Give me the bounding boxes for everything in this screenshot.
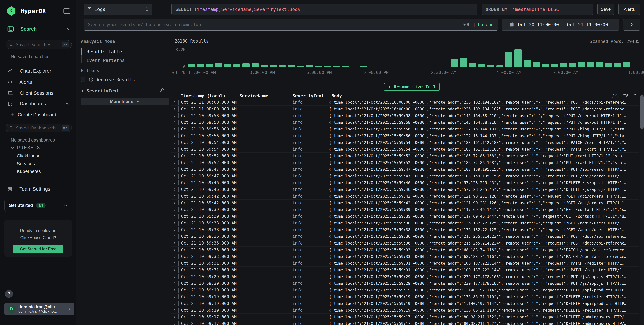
help-button[interactable]: ? bbox=[5, 290, 13, 298]
expand-row-icon[interactable] bbox=[171, 194, 178, 198]
expand-row-icon[interactable] bbox=[171, 322, 178, 325]
expand-row-icon[interactable] bbox=[171, 235, 178, 238]
scrollbar-thumb[interactable] bbox=[640, 95, 644, 129]
expand-row-icon[interactable] bbox=[171, 248, 178, 252]
expand-row-icon[interactable] bbox=[171, 134, 178, 138]
table-row[interactable]: Oct 21 10:59:52.000 AM info {"time_local… bbox=[171, 153, 639, 159]
collapse-sidebar-icon[interactable] bbox=[64, 8, 70, 14]
expand-row-icon[interactable] bbox=[171, 228, 178, 232]
expand-row-icon[interactable] bbox=[171, 147, 178, 151]
table-row[interactable]: Oct 21 10:59:46.000 AM info {"time_local… bbox=[171, 179, 639, 186]
column-header-severitytext[interactable]: SeverityText bbox=[290, 93, 329, 98]
expand-row-icon[interactable] bbox=[171, 168, 178, 171]
expand-row-icon[interactable] bbox=[171, 174, 178, 178]
severity-filter-group[interactable]: SeverityText bbox=[81, 88, 119, 93]
table-row[interactable]: Oct 21 10:59:47.000 AM info {"time_local… bbox=[171, 173, 639, 179]
table-row[interactable]: Oct 21 10:59:36.000 AM info {"time_local… bbox=[171, 233, 639, 240]
denoise-label[interactable]: Denoise Results bbox=[96, 77, 135, 82]
table-row[interactable]: Oct 21 10:59:58.000 AM info {"time_local… bbox=[171, 112, 639, 119]
expand-row-icon[interactable] bbox=[171, 302, 178, 305]
saved-dashboards-input[interactable]: Saved Dashboards ⌘K bbox=[6, 124, 72, 132]
table-row[interactable]: Oct 21 10:59:47.000 AM info {"time_local… bbox=[171, 166, 639, 173]
table-row[interactable]: Oct 21 10:59:46.000 AM info {"time_local… bbox=[171, 186, 639, 193]
table-row[interactable]: Oct 21 10:59:33.000 AM info {"time_local… bbox=[171, 253, 639, 260]
table-row[interactable]: Oct 21 10:59:19.000 AM info {"time_local… bbox=[171, 287, 639, 294]
sidebar-item-dashboards[interactable]: Dashboards bbox=[0, 97, 76, 110]
presets-group[interactable]: PRESETS bbox=[10, 145, 40, 150]
expand-row-icon[interactable] bbox=[171, 282, 178, 285]
expand-row-icon[interactable] bbox=[171, 154, 178, 158]
time-range-picker[interactable]: Oct 20 11:00:00 - Oct 21 11:00:00 bbox=[502, 19, 619, 30]
table-row[interactable]: Oct 21 10:59:29.000 AM info {"time_local… bbox=[171, 273, 639, 280]
expand-row-icon[interactable] bbox=[171, 107, 178, 111]
expand-row-icon[interactable] bbox=[171, 295, 178, 299]
table-row[interactable]: Oct 21 10:59:38.000 AM info {"time_local… bbox=[171, 226, 639, 233]
select-columns-input[interactable]: SELECT Timestamp,ServiceName,SeverityTex… bbox=[172, 4, 478, 15]
table-row[interactable]: Oct 21 10:59:52.000 AM info {"time_local… bbox=[171, 159, 639, 166]
table-row[interactable]: Oct 21 10:59:56.000 AM info {"time_local… bbox=[171, 132, 639, 139]
expand-row-icon[interactable] bbox=[171, 208, 178, 212]
table-row[interactable]: Oct 21 10:59:17.000 AM info {"time_local… bbox=[171, 314, 639, 320]
pin-icon[interactable] bbox=[160, 88, 164, 93]
order-by-input[interactable]: ORDER BY TimestampTime DESC bbox=[482, 4, 593, 15]
expand-row-icon[interactable] bbox=[171, 215, 178, 218]
table-row[interactable]: Oct 21 10:59:29.000 AM info {"time_local… bbox=[171, 280, 639, 287]
table-row[interactable]: Oct 21 10:59:19.000 AM info {"time_local… bbox=[171, 307, 639, 314]
table-row[interactable]: Oct 21 10:59:58.000 AM info {"time_local… bbox=[171, 119, 639, 126]
table-row[interactable]: Oct 21 10:59:17.000 AM info {"time_local… bbox=[171, 320, 639, 325]
preset-clickhouse[interactable]: ClickHouse bbox=[17, 153, 40, 159]
preset-kubernetes[interactable]: Kubernetes bbox=[17, 169, 41, 174]
sidebar-item-search[interactable]: Search bbox=[0, 22, 76, 36]
expand-row-icon[interactable] bbox=[171, 288, 178, 292]
expand-row-icon[interactable] bbox=[171, 275, 178, 279]
expand-row-icon[interactable] bbox=[171, 161, 178, 165]
events-histogram[interactable] bbox=[188, 49, 639, 67]
expand-row-icon[interactable] bbox=[171, 141, 178, 144]
chevron-up-icon[interactable] bbox=[65, 28, 70, 30]
sidebar-item-team-settings[interactable]: Team Settings bbox=[0, 182, 76, 196]
mode-event-patterns[interactable]: Event Patterns bbox=[86, 58, 125, 63]
table-row[interactable]: Oct 21 10:59:42.000 AM info {"time_local… bbox=[171, 193, 639, 200]
table-row[interactable]: Oct 21 10:59:54.000 AM info {"time_local… bbox=[171, 139, 639, 146]
table-row[interactable]: Oct 21 11:00:00.000 AM info {"time_local… bbox=[171, 106, 639, 112]
more-filters-button[interactable]: More filters bbox=[81, 98, 169, 105]
expand-row-icon[interactable] bbox=[171, 188, 178, 191]
table-row[interactable]: Oct 21 10:59:19.000 AM info {"time_local… bbox=[171, 300, 639, 307]
user-menu[interactable]: D dominic.tran@clic… dominic.tran@clickh… bbox=[4, 303, 74, 315]
language-toggle-lucene[interactable]: Lucene bbox=[478, 22, 494, 27]
expand-row-icon[interactable] bbox=[171, 201, 178, 205]
table-row[interactable]: Oct 21 10:59:39.000 AM info {"time_local… bbox=[171, 206, 639, 213]
table-row[interactable]: Oct 21 10:59:42.000 AM info {"time_local… bbox=[171, 200, 639, 206]
create-dashboard-button[interactable]: Create Dashboard bbox=[10, 112, 56, 117]
search-events-input[interactable]: Search your events w/ Lucene ex. column:… bbox=[84, 19, 498, 30]
table-row[interactable]: Oct 21 10:59:19.000 AM info {"time_local… bbox=[171, 294, 639, 300]
expand-row-icon[interactable] bbox=[171, 221, 178, 225]
expand-row-icon[interactable] bbox=[171, 315, 178, 319]
expand-row-icon[interactable] bbox=[171, 114, 178, 118]
chevron-up-icon[interactable] bbox=[65, 102, 70, 105]
language-toggle-sql[interactable]: SQL bbox=[462, 22, 470, 27]
expand-row-icon[interactable] bbox=[171, 121, 178, 124]
table-row[interactable]: Oct 21 10:59:56.000 AM info {"time_local… bbox=[171, 126, 639, 132]
expand-row-icon[interactable] bbox=[171, 100, 178, 104]
saved-searches-input[interactable]: Saved Searches ⌘K bbox=[6, 40, 72, 49]
preset-services[interactable]: Services bbox=[17, 161, 35, 166]
expand-row-icon[interactable] bbox=[171, 255, 178, 258]
expand-row-icon[interactable] bbox=[171, 262, 178, 265]
expand-row-icon[interactable] bbox=[171, 241, 178, 245]
table-row[interactable]: Oct 21 10:59:31.000 AM info {"time_local… bbox=[171, 267, 639, 273]
save-button[interactable]: Save bbox=[597, 4, 614, 15]
table-row[interactable]: Oct 21 10:59:38.000 AM info {"time_local… bbox=[171, 220, 639, 226]
get-started-collapsible[interactable]: Get Started 3/3 bbox=[4, 199, 72, 212]
scrollbar-track[interactable] bbox=[640, 94, 644, 325]
table-row[interactable]: Oct 21 10:59:39.000 AM info {"time_local… bbox=[171, 213, 639, 220]
column-resize-handle[interactable] bbox=[234, 94, 234, 99]
expand-row-icon[interactable] bbox=[171, 181, 178, 185]
expand-row-icon[interactable] bbox=[171, 309, 178, 312]
column-header-timestamp[interactable]: Timestamp (Local) bbox=[178, 93, 237, 98]
column-resize-handle[interactable] bbox=[287, 94, 288, 99]
denoise-checkbox[interactable] bbox=[81, 77, 86, 82]
column-resize-handle[interactable] bbox=[326, 94, 326, 99]
expand-row-icon[interactable] bbox=[171, 268, 178, 272]
table-row[interactable]: Oct 21 10:59:36.000 AM info {"time_local… bbox=[171, 240, 639, 247]
